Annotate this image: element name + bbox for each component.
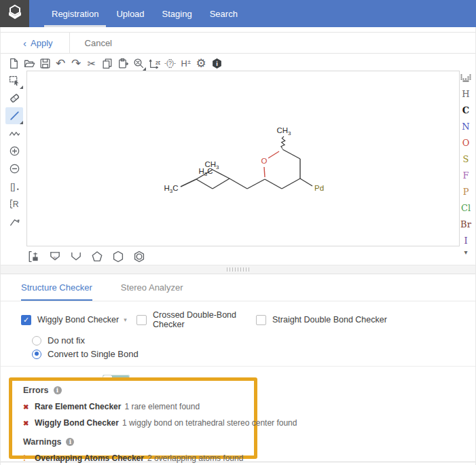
warning-icon: ! xyxy=(23,453,35,463)
error-icon: ✖ xyxy=(23,403,35,411)
nav-tab-registration[interactable]: Registration xyxy=(43,0,107,27)
pyrrole-template-icon[interactable]: N xyxy=(48,250,62,263)
more-elements-caret-icon[interactable]: ▾ xyxy=(464,248,467,259)
element-h-button[interactable]: H xyxy=(458,86,473,102)
errors-heading: Errors i xyxy=(23,386,254,395)
tab-stereo-analyzer[interactable]: Stereo Analyzer xyxy=(121,274,183,301)
any-bond-icon[interactable]: -(?)- xyxy=(162,56,177,71)
checker-wiggly-bond-checker[interactable]: ✓Wiggly Bond Checker▾ xyxy=(21,315,136,325)
molecule-drawing[interactable]: CH3​OPdH3​CCH3​H3​C xyxy=(26,71,460,246)
fix-options-group: Do not fixConvert to Single Bond xyxy=(32,335,475,359)
element-p-button[interactable]: P xyxy=(458,183,473,200)
eraser-tool[interactable] xyxy=(5,90,23,107)
clean-2d-icon[interactable]: 2D xyxy=(147,56,162,71)
bond[interactable] xyxy=(268,151,279,158)
cyclohexane-template-icon[interactable] xyxy=(111,250,126,263)
rectangle-selection-tool[interactable] xyxy=(5,72,23,89)
zoom-icon[interactable] xyxy=(131,56,146,71)
atom-label-h3c[interactable]: H3​C xyxy=(198,167,213,177)
paste-icon[interactable] xyxy=(115,56,130,71)
redo-icon[interactable]: ↷ xyxy=(69,56,84,71)
bond[interactable] xyxy=(282,179,300,189)
app-frame: ‹ Apply Cancel ↶↷✂2D-(?)-H±⚙i CH3​OPdH3​… xyxy=(0,27,476,465)
single-bond-tool[interactable] xyxy=(5,107,23,124)
bond[interactable] xyxy=(247,179,265,189)
bond[interactable] xyxy=(264,167,265,177)
checker-tabs: Structure CheckerStereo Analyzer xyxy=(1,274,475,301)
checkbox-unchecked-icon[interactable] xyxy=(256,315,266,325)
element-c-button[interactable]: C xyxy=(458,102,473,118)
bond[interactable] xyxy=(265,179,282,189)
wiggly-bond[interactable] xyxy=(281,136,285,149)
bond[interactable] xyxy=(196,179,213,189)
abbreviated-group-icon[interactable] xyxy=(26,250,41,263)
r-group-tool[interactable]: R xyxy=(5,196,23,212)
fix-option-do-not-fix[interactable]: Do not fix xyxy=(32,335,475,346)
cyclopentadiene-template-icon[interactable] xyxy=(69,250,84,263)
nav-tab-upload[interactable]: Upload xyxy=(107,0,153,27)
cancel-button[interactable]: Cancel xyxy=(70,33,127,53)
checker-label: Wiggly Bond Checker xyxy=(37,315,119,324)
bond[interactable] xyxy=(213,170,230,179)
element-i-button[interactable]: I xyxy=(458,232,473,248)
radio-selected-icon[interactable] xyxy=(32,350,41,359)
checker-label: Crossed Double-Bond Checker xyxy=(153,310,256,329)
save-icon[interactable] xyxy=(37,56,52,71)
element-cl-button[interactable]: Cl xyxy=(458,200,473,216)
fix-option-convert-to-single-bond[interactable]: Convert to Single Bond xyxy=(32,349,475,359)
back-chevron-icon: ‹ xyxy=(23,38,26,48)
brackets-tool[interactable]: [] xyxy=(5,178,23,195)
add-remove-hydrogens-icon[interactable]: H± xyxy=(178,56,193,71)
copy-icon[interactable] xyxy=(100,56,115,71)
bond[interactable] xyxy=(181,179,196,187)
app-logo[interactable] xyxy=(0,0,29,27)
top-navbar: RegistrationUploadStagingSearch xyxy=(0,0,476,27)
cut-icon[interactable]: ✂ xyxy=(84,56,99,71)
result-message: 1 rare element found xyxy=(124,402,200,411)
tab-structure-checker[interactable]: Structure Checker xyxy=(21,274,92,301)
increase-charge-tool[interactable] xyxy=(5,143,23,160)
element-n-button[interactable]: N xyxy=(458,118,473,134)
checkbox-checked-icon[interactable]: ✓ xyxy=(21,315,31,325)
settings-icon[interactable]: ⚙ xyxy=(194,56,208,71)
benzene-template-icon[interactable] xyxy=(132,250,147,263)
apply-button[interactable]: ‹ Apply xyxy=(1,33,69,53)
nav-tab-staging[interactable]: Staging xyxy=(153,0,201,27)
info-icon[interactable]: i xyxy=(54,386,62,394)
checker-crossed-double-bond-checker[interactable]: Crossed Double-Bond Checker xyxy=(136,310,256,329)
cyclopentane-template-icon[interactable] xyxy=(90,250,105,263)
radio-unselected-icon[interactable] xyxy=(32,336,41,346)
nav-tab-search[interactable]: Search xyxy=(201,0,246,27)
chain-tool[interactable] xyxy=(5,125,23,142)
checker-dropdown-caret-icon[interactable]: ▾ xyxy=(124,316,127,323)
open-icon[interactable] xyxy=(22,56,37,71)
new-document-icon[interactable] xyxy=(6,56,21,71)
warnings-title: Warnings xyxy=(23,437,61,447)
undo-icon[interactable]: ↶ xyxy=(53,56,68,71)
result-item: !Overlapping Atoms Checker2 overlapping … xyxy=(23,453,254,463)
element-toolbar: HCNOSFPClBrI▾ xyxy=(458,71,473,259)
checkbox-unchecked-icon[interactable] xyxy=(136,315,147,325)
splitter-drag-handle[interactable] xyxy=(227,267,250,272)
bond[interactable] xyxy=(300,179,312,186)
errors-list: ✖Rare Element Checker1 rare element foun… xyxy=(23,402,254,428)
info-icon[interactable]: i xyxy=(66,438,74,446)
element-s-button[interactable]: S xyxy=(458,151,473,167)
fix-option-label: Do not fix xyxy=(48,335,85,346)
svg-text:[]: [] xyxy=(10,181,15,191)
reaction-mapping-tool[interactable] xyxy=(5,213,23,230)
bond[interactable] xyxy=(282,149,300,159)
about-icon[interactable]: i xyxy=(209,56,224,71)
checker-straight-double-bond-checker[interactable]: Straight Double Bond Checker xyxy=(256,315,387,325)
bond[interactable] xyxy=(230,179,247,189)
bond[interactable] xyxy=(213,179,230,189)
element-o-button[interactable]: O xyxy=(458,134,473,151)
element-f-button[interactable]: F xyxy=(458,167,473,183)
decrease-charge-tool[interactable] xyxy=(5,160,23,177)
cube-logo-icon xyxy=(6,3,24,24)
periodic-table-icon[interactable] xyxy=(460,71,471,86)
atom-label-o[interactable]: O xyxy=(261,157,268,165)
result-checker-name: Wiggly Bond Checker xyxy=(35,418,119,428)
atom-label-pd[interactable]: Pd xyxy=(314,184,324,192)
element-br-button[interactable]: Br xyxy=(458,216,473,232)
